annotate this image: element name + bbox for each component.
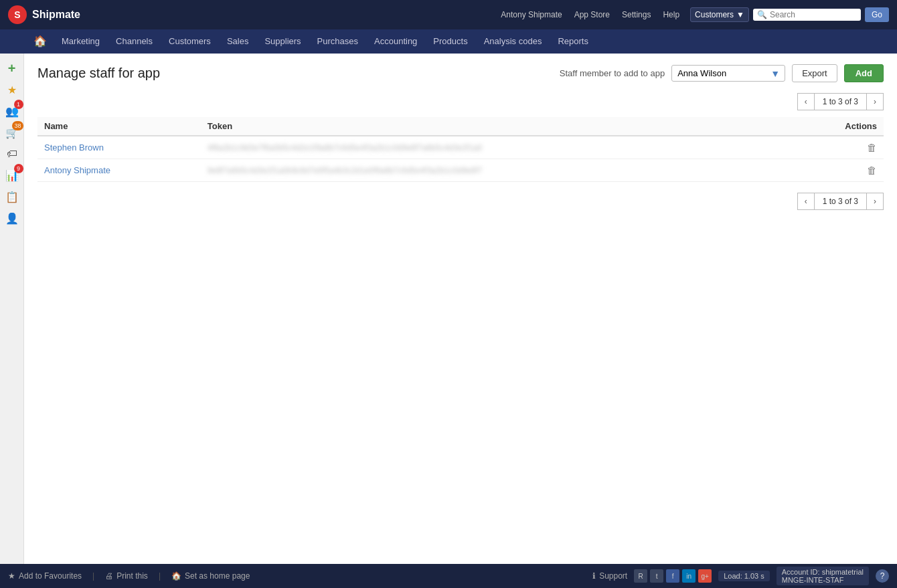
- delete-icon[interactable]: 🗑: [867, 165, 877, 176]
- twitter-icon[interactable]: t: [650, 569, 663, 583]
- sidebar-users-icon[interactable]: 👥 1: [3, 102, 21, 120]
- staff-table: Name Token Actions Stephen Brown 4f8a2b1…: [37, 117, 884, 182]
- prev-page-button-top[interactable]: ‹: [797, 93, 815, 110]
- footer-left: ★ Add to Favourites | 🖨 Print this | 🏠 S…: [8, 571, 250, 581]
- sidebar-add-icon[interactable]: +: [3, 59, 21, 78]
- footer-sep-1: |: [92, 571, 94, 581]
- load-info: Load: 1.03 s: [718, 571, 770, 581]
- nav-item-marketing[interactable]: Marketing: [54, 29, 108, 54]
- nav-item-suppliers[interactable]: Suppliers: [256, 29, 309, 54]
- support-link[interactable]: ℹ Support: [592, 571, 627, 581]
- page-info-top: 1 to 3 of 3: [815, 93, 866, 110]
- dropdown-arrow-icon: ▼: [736, 10, 744, 19]
- linkedin-icon[interactable]: in: [682, 569, 696, 583]
- tag-icon: 🏷: [7, 148, 17, 160]
- nav-bar: 🏠 Marketing Channels Customers Sales Sup…: [0, 29, 897, 54]
- page-header: Manage staff for app Staff member to add…: [37, 64, 884, 82]
- page-title: Manage staff for app: [37, 66, 560, 81]
- nav-item-accounting[interactable]: Accounting: [366, 29, 425, 54]
- user-link[interactable]: Antony Shipmate: [501, 10, 562, 19]
- account-id: Account ID: shipmatetrial: [782, 568, 864, 576]
- account-sub: MNGE-INTE-STAF: [782, 576, 844, 584]
- delete-icon[interactable]: 🗑: [867, 142, 877, 153]
- support-label: Support: [599, 571, 627, 581]
- set-home-link[interactable]: 🏠 Set as home page: [171, 571, 250, 581]
- sidebar-copy-icon[interactable]: 📋: [3, 187, 21, 206]
- logo-area: S Shipmate: [8, 5, 80, 24]
- table-row: Stephen Brown 4f8a2b1c9d3e7f6a0b5c4d2e1f…: [37, 136, 884, 159]
- nav-item-reports[interactable]: Reports: [550, 29, 596, 54]
- sidebar-tag-icon[interactable]: 🏷: [3, 144, 21, 163]
- nav-item-analysis-codes[interactable]: Analysis codes: [476, 29, 550, 54]
- staff-name-cell: Stephen Brown: [37, 136, 201, 159]
- print-link[interactable]: 🖨 Print this: [105, 571, 148, 581]
- nav-item-customers[interactable]: Customers: [161, 29, 219, 54]
- rss-icon[interactable]: R: [634, 569, 647, 583]
- content-area: Manage staff for app Staff member to add…: [24, 54, 897, 564]
- help-link[interactable]: Help: [663, 10, 679, 19]
- table-row: Antony Shipmate 9e8f7a6b5c4d3e2f1a0b9c8d…: [37, 159, 884, 182]
- logo-icon: S: [8, 5, 27, 24]
- pagination-bottom: ‹ 1 to 3 of 3 ›: [37, 193, 884, 210]
- export-button[interactable]: Export: [792, 64, 837, 82]
- footer-right: ℹ Support R t f in g+ Load: 1.03 s Accou…: [592, 567, 889, 585]
- next-page-button-bottom[interactable]: ›: [866, 193, 884, 210]
- footer: ★ Add to Favourites | 🖨 Print this | 🏠 S…: [0, 564, 897, 588]
- token-cell: 9e8f7a6b5c4d3e2f1a0b9c8d7e6f5a4b3c2d1e0f…: [201, 159, 791, 182]
- footer-sep-2: |: [159, 571, 161, 581]
- main-layout: + ★ 👥 1 🛒 38 🏷 📊 9 📋 👤 Manage staff for …: [0, 54, 897, 564]
- nav-item-products[interactable]: Products: [425, 29, 475, 54]
- logo-text: Shipmate: [32, 9, 80, 21]
- table-header-row: Name Token Actions: [37, 117, 884, 136]
- settings-link[interactable]: Settings: [622, 10, 651, 19]
- set-home-label: Set as home page: [185, 571, 250, 581]
- account-info: Account ID: shipmatetrial MNGE-INTE-STAF: [777, 567, 869, 585]
- nav-item-channels[interactable]: Channels: [108, 29, 161, 54]
- users-badge: 1: [14, 100, 23, 109]
- staff-select[interactable]: Anna Wilson: [671, 65, 785, 82]
- actions-cell: 🗑: [791, 136, 884, 159]
- next-page-button-top[interactable]: ›: [866, 93, 884, 110]
- sidebar-star-icon[interactable]: ★: [3, 80, 21, 99]
- staff-select-label: Staff member to add to app: [560, 68, 665, 78]
- search-area: Customers ▼ 🔍 Go: [690, 7, 889, 22]
- staff-name-link[interactable]: Stephen Brown: [44, 142, 104, 153]
- token-cell: 4f8a2b1c9d3e7f6a0b5c4d2e1f9a8b7c6d5e4f3a…: [201, 136, 791, 159]
- top-bar: S Shipmate Antony Shipmate App Store Set…: [0, 0, 897, 29]
- token-value: 4f8a2b1c9d3e7f6a0b5c4d2e1f9a8b7c6d5e4f3a…: [208, 143, 482, 153]
- googleplus-icon[interactable]: g+: [698, 569, 712, 583]
- sidebar-person-icon[interactable]: 👤: [3, 209, 21, 227]
- app-store-link[interactable]: App Store: [574, 10, 610, 19]
- search-context-dropdown[interactable]: Customers ▼: [690, 7, 749, 22]
- add-button[interactable]: Add: [844, 64, 884, 82]
- info-icon: ℹ: [592, 571, 596, 581]
- search-input[interactable]: [770, 10, 857, 19]
- sidebar-chart-icon[interactable]: 📊 9: [3, 166, 21, 185]
- staff-select-wrapper: Anna Wilson ▼: [671, 65, 785, 82]
- add-favourites-link[interactable]: ★ Add to Favourites: [8, 571, 82, 581]
- person-icon: 👤: [5, 212, 19, 225]
- nav-item-sales[interactable]: Sales: [219, 29, 257, 54]
- staff-name-cell: Antony Shipmate: [37, 159, 201, 182]
- nav-item-purchases[interactable]: Purchases: [309, 29, 366, 54]
- facebook-icon[interactable]: f: [666, 569, 679, 583]
- col-name: Name: [37, 117, 201, 136]
- prev-page-button-bottom[interactable]: ‹: [797, 193, 815, 210]
- add-favourites-label: Add to Favourites: [19, 571, 82, 581]
- pagination-top: ‹ 1 to 3 of 3 ›: [37, 93, 884, 110]
- sidebar-cart-icon[interactable]: 🛒 38: [3, 123, 21, 142]
- social-links: R t f in g+: [634, 569, 712, 583]
- page-actions: Staff member to add to app Anna Wilson ▼…: [560, 64, 884, 82]
- sidebar: + ★ 👥 1 🛒 38 🏷 📊 9 📋 👤: [0, 54, 24, 564]
- search-input-wrap: 🔍: [753, 9, 861, 21]
- staff-name-link[interactable]: Antony Shipmate: [44, 165, 110, 175]
- col-actions: Actions: [791, 117, 884, 136]
- actions-cell: 🗑: [791, 159, 884, 182]
- help-button[interactable]: ?: [876, 569, 889, 583]
- copy-icon: 📋: [5, 191, 19, 203]
- nav-home-icon[interactable]: 🏠: [27, 29, 54, 54]
- chart-badge: 9: [14, 164, 23, 173]
- search-go-button[interactable]: Go: [865, 7, 889, 22]
- page-info-bottom: 1 to 3 of 3: [815, 193, 866, 210]
- print-label: Print this: [116, 571, 148, 581]
